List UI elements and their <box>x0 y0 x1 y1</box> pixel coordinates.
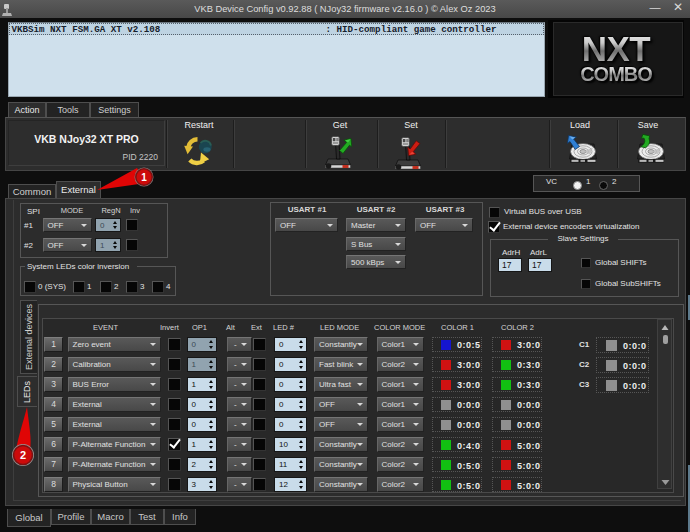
svg-text:2: 2 <box>20 449 26 461</box>
svg-text:1: 1 <box>141 172 147 183</box>
